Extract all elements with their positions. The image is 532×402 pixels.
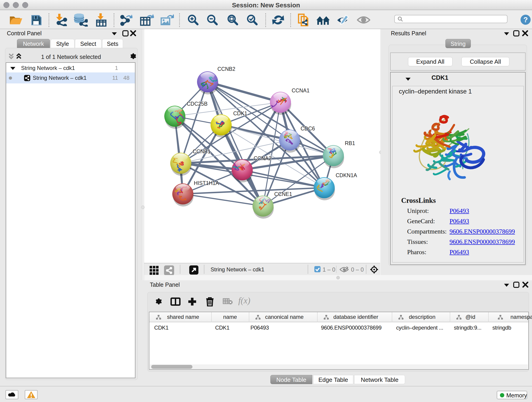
svg-text:HIST1H1A: HIST1H1A [194, 180, 219, 186]
svg-text:CCNB1: CCNB1 [193, 148, 210, 154]
svg-text:CDKN1A: CDKN1A [336, 172, 357, 178]
svg-text:CDC25B: CDC25B [187, 101, 208, 107]
svg-text:?: ? [523, 16, 528, 24]
svg-text:CCNE1: CCNE1 [274, 191, 292, 197]
svg-text:CDK1: CDK1 [233, 110, 247, 116]
svg-text:CCNA1: CCNA1 [292, 88, 310, 94]
svg-text:CCNB2: CCNB2 [217, 66, 235, 72]
svg-text:RB1: RB1 [345, 140, 355, 146]
svg-text:CCNA2: CCNA2 [254, 155, 272, 161]
svg-text:CDC6: CDC6 [301, 126, 315, 132]
